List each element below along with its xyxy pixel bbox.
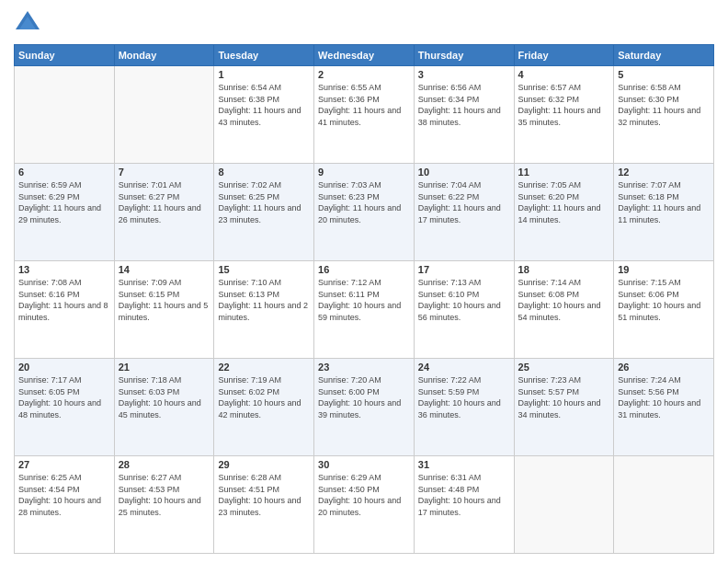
day-number: 16 (318, 264, 410, 275)
day-number: 29 (218, 459, 310, 470)
calendar-cell (15, 66, 115, 164)
calendar-cell: 30Sunrise: 6:29 AMSunset: 4:50 PMDayligh… (314, 456, 415, 554)
calendar-header-tuesday: Tuesday (214, 45, 314, 66)
day-info: Sunrise: 6:56 AMSunset: 6:34 PMDaylight:… (418, 82, 510, 128)
calendar-cell: 25Sunrise: 7:23 AMSunset: 5:57 PMDayligh… (514, 359, 614, 456)
calendar-cell: 27Sunrise: 6:25 AMSunset: 4:54 PMDayligh… (15, 456, 115, 554)
day-info: Sunrise: 6:55 AMSunset: 6:36 PMDaylight:… (318, 82, 410, 128)
day-info: Sunrise: 6:54 AMSunset: 6:38 PMDaylight:… (218, 82, 310, 128)
calendar-cell: 16Sunrise: 7:12 AMSunset: 6:11 PMDayligh… (314, 261, 415, 359)
day-info: Sunrise: 7:18 AMSunset: 6:03 PMDaylight:… (119, 374, 210, 420)
calendar-cell: 1Sunrise: 6:54 AMSunset: 6:38 PMDaylight… (214, 66, 314, 164)
calendar-cell: 28Sunrise: 6:27 AMSunset: 4:53 PMDayligh… (114, 456, 214, 554)
day-number: 10 (418, 167, 510, 178)
calendar-header-row: SundayMondayTuesdayWednesdayThursdayFrid… (15, 45, 714, 66)
calendar-cell: 8Sunrise: 7:02 AMSunset: 6:25 PMDaylight… (214, 164, 314, 261)
day-number: 22 (218, 362, 310, 373)
calendar-cell: 3Sunrise: 6:56 AMSunset: 6:34 PMDaylight… (414, 66, 514, 164)
day-number: 1 (218, 69, 310, 80)
day-number: 25 (518, 362, 610, 373)
calendar-header-sunday: Sunday (15, 45, 115, 66)
day-number: 4 (518, 69, 610, 80)
day-number: 17 (418, 264, 510, 275)
day-info: Sunrise: 6:58 AMSunset: 6:30 PMDaylight:… (618, 82, 710, 128)
calendar-cell: 19Sunrise: 7:15 AMSunset: 6:06 PMDayligh… (614, 261, 714, 359)
day-info: Sunrise: 6:57 AMSunset: 6:32 PMDaylight:… (518, 82, 610, 128)
day-number: 7 (119, 167, 210, 178)
calendar-cell (514, 456, 614, 554)
day-info: Sunrise: 7:01 AMSunset: 6:27 PMDaylight:… (119, 179, 210, 225)
day-number: 14 (119, 264, 210, 275)
calendar-cell: 10Sunrise: 7:04 AMSunset: 6:22 PMDayligh… (414, 164, 514, 261)
day-number: 15 (218, 264, 310, 275)
day-info: Sunrise: 6:28 AMSunset: 4:51 PMDaylight:… (218, 472, 310, 518)
calendar-header-saturday: Saturday (614, 45, 714, 66)
day-info: Sunrise: 7:14 AMSunset: 6:08 PMDaylight:… (518, 277, 610, 323)
day-info: Sunrise: 7:12 AMSunset: 6:11 PMDaylight:… (318, 277, 410, 323)
day-info: Sunrise: 7:10 AMSunset: 6:13 PMDaylight:… (218, 277, 310, 323)
day-number: 31 (418, 459, 510, 470)
day-number: 13 (18, 264, 110, 275)
header (14, 9, 714, 37)
calendar-table: SundayMondayTuesdayWednesdayThursdayFrid… (14, 44, 714, 554)
calendar-cell: 7Sunrise: 7:01 AMSunset: 6:27 PMDaylight… (114, 164, 214, 261)
calendar-cell: 4Sunrise: 6:57 AMSunset: 6:32 PMDaylight… (514, 66, 614, 164)
day-number: 19 (618, 264, 710, 275)
day-info: Sunrise: 7:07 AMSunset: 6:18 PMDaylight:… (618, 179, 710, 225)
calendar-cell: 20Sunrise: 7:17 AMSunset: 6:05 PMDayligh… (15, 359, 115, 456)
calendar-header-friday: Friday (514, 45, 614, 66)
day-number: 26 (618, 362, 710, 373)
calendar-cell: 31Sunrise: 6:31 AMSunset: 4:48 PMDayligh… (414, 456, 514, 554)
calendar-week-row: 27Sunrise: 6:25 AMSunset: 4:54 PMDayligh… (15, 456, 714, 554)
day-info: Sunrise: 7:09 AMSunset: 6:15 PMDaylight:… (119, 277, 210, 323)
calendar-cell: 21Sunrise: 7:18 AMSunset: 6:03 PMDayligh… (114, 359, 214, 456)
calendar-cell: 17Sunrise: 7:13 AMSunset: 6:10 PMDayligh… (414, 261, 514, 359)
day-number: 28 (119, 459, 210, 470)
day-info: Sunrise: 7:04 AMSunset: 6:22 PMDaylight:… (418, 179, 510, 225)
calendar-header-monday: Monday (114, 45, 214, 66)
day-info: Sunrise: 7:05 AMSunset: 6:20 PMDaylight:… (518, 179, 610, 225)
calendar-cell: 5Sunrise: 6:58 AMSunset: 6:30 PMDaylight… (614, 66, 714, 164)
day-number: 21 (119, 362, 210, 373)
day-info: Sunrise: 6:29 AMSunset: 4:50 PMDaylight:… (318, 472, 410, 518)
calendar-cell: 9Sunrise: 7:03 AMSunset: 6:23 PMDaylight… (314, 164, 415, 261)
calendar-week-row: 13Sunrise: 7:08 AMSunset: 6:16 PMDayligh… (15, 261, 714, 359)
day-info: Sunrise: 7:08 AMSunset: 6:16 PMDaylight:… (18, 277, 110, 323)
calendar-cell (614, 456, 714, 554)
logo-icon (14, 9, 41, 37)
calendar-cell: 18Sunrise: 7:14 AMSunset: 6:08 PMDayligh… (514, 261, 614, 359)
day-info: Sunrise: 7:03 AMSunset: 6:23 PMDaylight:… (318, 179, 410, 225)
calendar-cell: 29Sunrise: 6:28 AMSunset: 4:51 PMDayligh… (214, 456, 314, 554)
calendar-week-row: 1Sunrise: 6:54 AMSunset: 6:38 PMDaylight… (15, 66, 714, 164)
calendar-cell (114, 66, 214, 164)
calendar-cell: 15Sunrise: 7:10 AMSunset: 6:13 PMDayligh… (214, 261, 314, 359)
page: SundayMondayTuesdayWednesdayThursdayFrid… (0, 0, 728, 563)
calendar-header-wednesday: Wednesday (314, 45, 415, 66)
day-number: 18 (518, 264, 610, 275)
calendar-cell: 23Sunrise: 7:20 AMSunset: 6:00 PMDayligh… (314, 359, 415, 456)
calendar-cell: 14Sunrise: 7:09 AMSunset: 6:15 PMDayligh… (114, 261, 214, 359)
day-number: 20 (18, 362, 110, 373)
day-number: 23 (318, 362, 410, 373)
day-info: Sunrise: 7:19 AMSunset: 6:02 PMDaylight:… (218, 374, 310, 420)
logo (14, 9, 45, 37)
day-number: 5 (618, 69, 710, 80)
calendar-week-row: 20Sunrise: 7:17 AMSunset: 6:05 PMDayligh… (15, 359, 714, 456)
calendar-cell: 6Sunrise: 6:59 AMSunset: 6:29 PMDaylight… (15, 164, 115, 261)
calendar-cell: 13Sunrise: 7:08 AMSunset: 6:16 PMDayligh… (15, 261, 115, 359)
day-info: Sunrise: 7:20 AMSunset: 6:00 PMDaylight:… (318, 374, 410, 420)
calendar-cell: 22Sunrise: 7:19 AMSunset: 6:02 PMDayligh… (214, 359, 314, 456)
day-info: Sunrise: 6:31 AMSunset: 4:48 PMDaylight:… (418, 472, 510, 518)
day-number: 2 (318, 69, 410, 80)
calendar-cell: 24Sunrise: 7:22 AMSunset: 5:59 PMDayligh… (414, 359, 514, 456)
day-info: Sunrise: 7:17 AMSunset: 6:05 PMDaylight:… (18, 374, 110, 420)
day-info: Sunrise: 7:15 AMSunset: 6:06 PMDaylight:… (618, 277, 710, 323)
day-info: Sunrise: 7:02 AMSunset: 6:25 PMDaylight:… (218, 179, 310, 225)
calendar-cell: 12Sunrise: 7:07 AMSunset: 6:18 PMDayligh… (614, 164, 714, 261)
day-number: 8 (218, 167, 310, 178)
calendar-cell: 26Sunrise: 7:24 AMSunset: 5:56 PMDayligh… (614, 359, 714, 456)
calendar-week-row: 6Sunrise: 6:59 AMSunset: 6:29 PMDaylight… (15, 164, 714, 261)
day-number: 30 (318, 459, 410, 470)
day-number: 27 (18, 459, 110, 470)
day-number: 6 (18, 167, 110, 178)
